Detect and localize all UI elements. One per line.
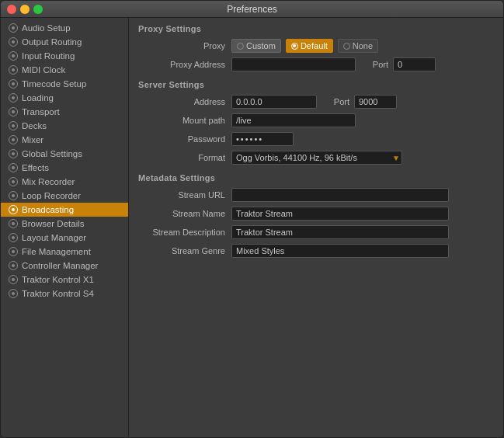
stream-genre-input[interactable] [231,244,449,258]
close-button[interactable] [7,5,16,14]
sidebar-label-input-routing: Input Routing [22,51,75,61]
password-row: Password [138,131,494,147]
address-row: Address Port [138,94,494,110]
stream-description-input[interactable] [231,225,449,239]
preferences-window: Preferences Audio SetupOutput RoutingInp… [0,0,504,438]
mount-path-input[interactable] [231,113,356,127]
sidebar-label-controller-manager: Controller Manager [22,261,98,270]
metadata-settings-section: Metadata Settings Stream URL Stream Name… [138,173,494,259]
address-input[interactable] [231,95,317,109]
sidebar-icon-timecode-setup [9,79,18,89]
sidebar-icon-traktor-kontrol-x1 [9,275,18,284]
window-title: Preferences [227,4,277,15]
sidebar-label-audio-setup: Audio Setup [22,23,71,33]
sidebar-item-audio-setup[interactable]: Audio Setup [1,21,128,35]
sidebar-icon-browser-details [9,219,18,228]
sidebar-item-output-routing[interactable]: Output Routing [1,35,128,49]
sidebar-icon-audio-setup [9,23,18,33]
metadata-section-header: Metadata Settings [138,173,494,182]
proxy-none-option[interactable]: None [338,39,378,53]
proxy-default-option[interactable]: Default [286,39,333,53]
proxy-port-input[interactable] [393,57,436,71]
sidebar-label-midi-clock: MIDI Clock [22,65,65,75]
sidebar-item-broadcasting[interactable]: Broadcasting [1,203,128,217]
proxy-custom-radio [237,43,244,50]
sidebar-item-effects[interactable]: Effects [1,161,128,175]
sidebar-item-traktor-kontrol-s4[interactable]: Traktor Kontrol S4 [1,287,128,301]
sidebar-label-timecode-setup: Timecode Setup [22,79,86,89]
sidebar-label-browser-details: Browser Details [22,219,85,228]
sidebar-icon-effects [9,163,18,172]
proxy-label: Proxy [138,41,231,50]
format-row: Format Ogg Vorbis, 44100 Hz, 96 kBit/s O… [138,150,494,165]
format-select[interactable]: Ogg Vorbis, 44100 Hz, 96 kBit/s Ogg Vorb… [231,151,402,165]
sidebar-item-input-routing[interactable]: Input Routing [1,49,128,63]
proxy-section-header: Proxy Settings [138,24,494,33]
sidebar-label-traktor-kontrol-s4: Traktor Kontrol S4 [22,289,94,298]
sidebar-label-loading: Loading [22,93,54,103]
server-section-header: Server Settings [138,80,494,89]
sidebar-icon-mix-recorder [9,177,18,186]
stream-name-input[interactable] [231,207,449,221]
sidebar-item-transport[interactable]: Transport [1,105,128,119]
proxy-none-label: None [353,41,373,50]
stream-url-label: Stream URL [138,190,231,200]
sidebar-icon-file-management [9,247,18,256]
sidebar-icon-layout-manager [9,233,18,242]
proxy-options: Custom Default None [231,39,378,53]
sidebar-item-loop-recorder[interactable]: Loop Recorder [1,189,128,203]
sidebar-label-global-settings: Global Settings [22,149,82,158]
server-port-input[interactable] [354,95,397,109]
port-label: Port [323,97,354,106]
stream-url-row: Stream URL [138,187,494,203]
sidebar-item-mix-recorder[interactable]: Mix Recorder [1,175,128,189]
sidebar-icon-controller-manager [9,261,18,270]
sidebar-icon-global-settings [9,149,18,158]
password-input[interactable] [231,132,294,146]
sidebar-item-global-settings[interactable]: Global Settings [1,147,128,161]
format-label: Format [138,153,231,162]
sidebar-item-controller-manager[interactable]: Controller Manager [1,259,128,273]
proxy-default-radio [291,43,298,50]
stream-name-label: Stream Name [138,209,231,218]
sidebar-icon-transport [9,107,18,116]
stream-description-row: Stream Description [138,224,494,240]
format-select-wrapper: Ogg Vorbis, 44100 Hz, 96 kBit/s Ogg Vorb… [231,151,402,165]
sidebar-label-effects: Effects [22,163,49,172]
titlebar: Preferences [1,1,503,18]
sidebar-item-loading[interactable]: Loading [1,91,128,105]
stream-genre-row: Stream Genre [138,243,494,259]
sidebar-icon-mixer [9,135,18,144]
sidebar-item-file-management[interactable]: File Management [1,245,128,259]
sidebar-item-mixer[interactable]: Mixer [1,133,128,147]
mount-path-label: Mount path [138,116,231,125]
content-area: Proxy Settings Proxy Custom Default [129,18,503,437]
stream-url-input[interactable] [231,188,449,202]
sidebar-icon-loop-recorder [9,191,18,200]
sidebar-label-decks: Decks [22,121,47,130]
sidebar-label-mix-recorder: Mix Recorder [22,177,75,186]
sidebar-label-mixer: Mixer [22,135,43,144]
address-label: Address [138,97,231,106]
proxy-custom-option[interactable]: Custom [231,39,281,53]
sidebar-item-midi-clock[interactable]: MIDI Clock [1,63,128,77]
stream-description-label: Stream Description [138,228,231,237]
sidebar-label-traktor-kontrol-x1: Traktor Kontrol X1 [22,275,94,284]
sidebar-item-layout-manager[interactable]: Layout Manager [1,231,128,245]
sidebar-icon-loading [9,93,18,103]
sidebar-item-timecode-setup[interactable]: Timecode Setup [1,77,128,91]
proxy-address-input[interactable] [231,57,356,71]
minimize-button[interactable] [20,5,30,14]
stream-genre-label: Stream Genre [138,246,231,255]
sidebar-label-file-management: File Management [22,247,91,256]
mount-path-row: Mount path [138,113,494,128]
sidebar-item-browser-details[interactable]: Browser Details [1,217,128,231]
sidebar-item-decks[interactable]: Decks [1,119,128,133]
maximize-button[interactable] [33,5,43,14]
proxy-port-label: Port [362,60,393,69]
sidebar-label-loop-recorder: Loop Recorder [22,191,81,200]
sidebar-item-traktor-kontrol-x1[interactable]: Traktor Kontrol X1 [1,273,128,287]
stream-name-row: Stream Name [138,206,494,221]
proxy-address-label: Proxy Address [138,60,231,69]
window-controls [7,5,43,14]
